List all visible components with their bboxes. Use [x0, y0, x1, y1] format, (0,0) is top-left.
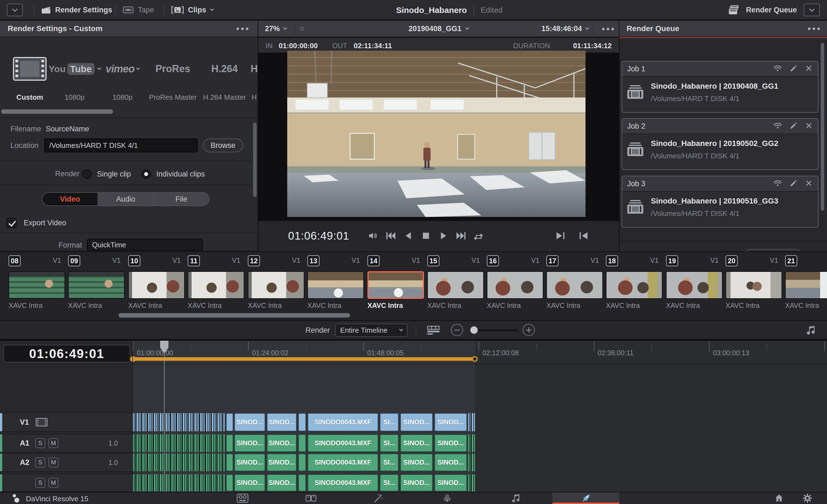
clips-toggle[interactable]: Clips: [172, 4, 213, 16]
clip-thumbnail-18[interactable]: [606, 271, 663, 299]
track-lane-partial[interactable]: SINOD...SINOD...SINODO0043.MXFSI...SINOD…: [133, 474, 827, 492]
preset-prores[interactable]: ProResProRes Master: [147, 52, 199, 102]
timeline-clip[interactable]: SINODO0043.MXF: [308, 454, 378, 471]
solo-button[interactable]: S: [35, 438, 45, 448]
project-manager-home-icon[interactable]: [767, 493, 791, 504]
timeline-clip[interactable]: SINODO0043.MXF: [308, 434, 378, 452]
track-header-A2[interactable]: A2SM1.0: [0, 453, 132, 472]
preset-h264[interactable]: H.264H.264 Master: [199, 52, 250, 102]
timeline-clip[interactable]: SINOD...: [267, 413, 297, 431]
video-frame[interactable]: [287, 51, 586, 218]
tab-video[interactable]: Video: [42, 193, 98, 206]
timeline-clip[interactable]: SINOD...: [400, 413, 433, 431]
edit-page-icon[interactable]: [299, 493, 323, 504]
start-render-button[interactable]: Start Render: [743, 249, 803, 251]
timeline-clip[interactable]: SINOD...: [434, 413, 467, 431]
audio-waveform-toggle-icon[interactable]: [805, 325, 816, 337]
render-queue-options-dots-icon[interactable]: [808, 27, 811, 30]
edit-job-pencil-icon[interactable]: [789, 179, 798, 189]
clip-thumbnail-17[interactable]: [546, 271, 603, 299]
play-button[interactable]: [436, 228, 451, 243]
stop-button[interactable]: [418, 228, 434, 243]
clip-thumbnail-20[interactable]: [726, 271, 782, 299]
timeline-clip[interactable]: SINOD...: [434, 454, 467, 471]
timeline-thin-clips[interactable]: [468, 413, 475, 431]
viewer-options-dots-icon[interactable]: [602, 28, 604, 30]
location-input[interactable]: /Volumes/HARD T DISK 4/1: [44, 138, 198, 152]
mute-button[interactable]: M: [49, 438, 58, 448]
timeline-thin-clips[interactable]: [468, 434, 475, 452]
timeline-clip[interactable]: [298, 454, 306, 471]
timeline-clip[interactable]: SINODO0043.MXF: [308, 474, 378, 491]
track-header-A1[interactable]: A1SM1.0: [0, 434, 132, 452]
browse-button[interactable]: Browse: [203, 138, 243, 152]
render-range-start-marker[interactable]: [130, 356, 136, 362]
format-dropdown[interactable]: QuickTime: [87, 239, 203, 251]
timeline-clip[interactable]: [226, 413, 233, 431]
jump-to-first-frame-button[interactable]: [576, 228, 591, 243]
timeline-playhead-line[interactable]: [164, 341, 164, 492]
deliver-page-tab[interactable]: [552, 493, 620, 504]
clip-thumbnail-19[interactable]: [666, 271, 723, 299]
delete-job-close-icon[interactable]: [805, 121, 813, 131]
render-mode-radio-1[interactable]: [141, 169, 151, 179]
clip-thumbnail-08[interactable]: [8, 271, 65, 299]
render-queue-vertical-scrollbar[interactable]: [821, 43, 824, 211]
timeline-clip[interactable]: SINODO0043.MXF: [308, 413, 378, 431]
timeline-clip[interactable]: [226, 434, 233, 452]
delete-job-close-icon[interactable]: [805, 179, 813, 188]
timeline-thin-clips[interactable]: [133, 413, 225, 431]
clip-thumbnail-13[interactable]: [307, 271, 364, 299]
panel-toggle-right-button[interactable]: [804, 4, 820, 16]
timeline-clip[interactable]: SINOD...: [234, 434, 265, 452]
preset-h[interactable]: HH: [249, 52, 258, 102]
export-video-checkbox[interactable]: [7, 218, 16, 228]
timeline-clip[interactable]: [298, 474, 306, 491]
timeline-clip[interactable]: SINOD...: [434, 474, 467, 491]
fairlight-page-icon[interactable]: [503, 493, 528, 504]
timeline-clip[interactable]: SINOD...: [400, 454, 433, 471]
track-header-partial[interactable]: SM: [0, 474, 132, 492]
timeline-clip[interactable]: SINOD...: [234, 454, 265, 471]
color-page-icon[interactable]: [435, 493, 459, 504]
play-reverse-button[interactable]: [400, 228, 416, 243]
render-settings-vertical-scrollbar[interactable]: [253, 122, 257, 197]
source-timecode-dropdown[interactable]: 15:48:46:04: [541, 21, 589, 37]
timeline-clip[interactable]: SINOD...: [434, 434, 467, 452]
viewer-clip-name[interactable]: 20190408_GG1: [408, 24, 461, 33]
render-job-card[interactable]: Job 3Sinodo_Habanero | 20190516_GG3/Volu…: [622, 176, 819, 227]
delete-job-close-icon[interactable]: [805, 64, 813, 73]
render-range-dropdown[interactable]: Entire Timeline: [335, 324, 407, 337]
render-range-highlight[interactable]: [133, 357, 475, 361]
skip-to-start-button[interactable]: [383, 228, 398, 243]
zoom-out-button[interactable]: [451, 324, 463, 336]
timeline-clip[interactable]: SI...: [380, 454, 399, 471]
track-lane-A1[interactable]: SINOD...SINOD...SINODO0043.MXFSI...SINOD…: [133, 434, 827, 452]
options-dots-icon[interactable]: [237, 27, 239, 30]
clip-thumbnail-21[interactable]: [785, 271, 827, 299]
mute-button[interactable]: M: [49, 478, 58, 488]
track-lane-A2[interactable]: SINOD...SINOD...SINODO0043.MXFSI...SINOD…: [133, 453, 827, 472]
solo-button[interactable]: S: [35, 478, 45, 488]
timeline-clip[interactable]: [298, 413, 306, 431]
track-header-V1[interactable]: V1: [0, 412, 132, 432]
timeline-clip[interactable]: SI...: [380, 434, 399, 452]
render-mode-radio-0[interactable]: [82, 169, 92, 179]
timeline-thin-clips[interactable]: [468, 454, 475, 471]
preset-youtube[interactable]: YouTube1080p: [52, 52, 97, 102]
panel-toggle-left-button[interactable]: [7, 4, 23, 16]
clip-thumbnail-09[interactable]: [68, 271, 125, 299]
tab-audio[interactable]: Audio: [98, 193, 154, 206]
render-range-end-marker[interactable]: [472, 356, 478, 362]
timeline-clip[interactable]: SINOD...: [400, 434, 433, 452]
tape-toggle[interactable]: Tape: [123, 4, 154, 16]
clip-thumbnail-12[interactable]: [248, 271, 304, 299]
render-job-card[interactable]: Job 1Sinodo_Habanero | 20190408_GG1/Volu…: [622, 61, 819, 113]
timeline-clip[interactable]: SINOD...: [234, 474, 265, 491]
loop-button[interactable]: [471, 228, 487, 243]
zoom-in-button[interactable]: [523, 324, 535, 336]
clip-thumbnail-16[interactable]: [487, 271, 543, 299]
timeline-thin-clips[interactable]: [133, 434, 225, 452]
render-settings-toggle[interactable]: Render Settings: [41, 4, 112, 16]
timeline-view-options-icon[interactable]: [427, 325, 440, 336]
